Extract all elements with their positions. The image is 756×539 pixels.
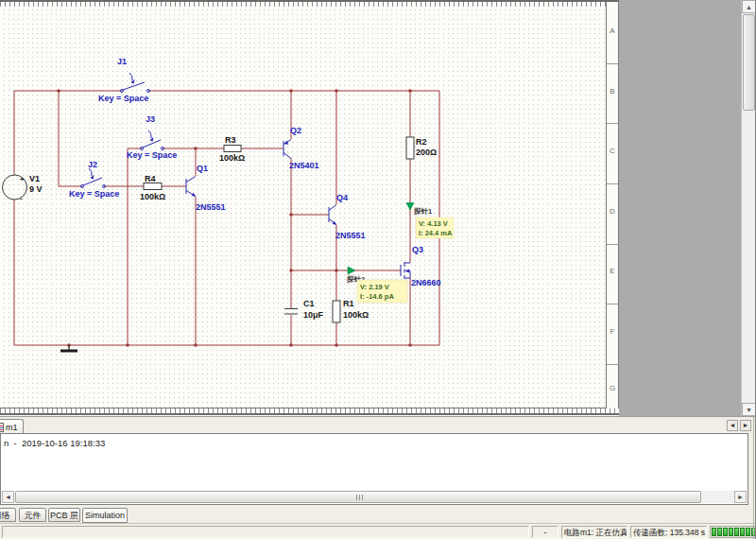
progress-led xyxy=(712,528,716,536)
j2-ref: J2 xyxy=(88,160,97,169)
progress-led xyxy=(729,528,733,536)
frame-row-letter: C xyxy=(607,147,618,155)
bottom-panel-area: m1 ◄ ► n - 2019-10-16 19:18:33 ◄ ► 网络 元件… xyxy=(0,416,756,539)
probe1-label: 探针1 xyxy=(413,207,432,216)
tab-components[interactable]: 元件 xyxy=(19,508,46,522)
q1-model: 2N5551 xyxy=(196,202,226,212)
status-circuit-state: 电路m1: 正在仿真... xyxy=(561,526,627,538)
r4-ref: R4 xyxy=(145,174,156,183)
q4-ref: Q4 xyxy=(336,193,348,202)
wire-segments[interactable] xyxy=(14,91,439,345)
j3-ref: J3 xyxy=(146,114,155,124)
tab-scroll-right-icon[interactable]: ► xyxy=(740,420,751,431)
component-c1[interactable]: C1 10μF xyxy=(284,299,324,320)
component-r4[interactable]: R4 100kΩ xyxy=(140,174,165,201)
v1-ref: V1 xyxy=(29,174,40,183)
progress-led xyxy=(734,528,739,536)
v1-minus-sign: - xyxy=(20,194,23,202)
scroll-up-icon[interactable]: ▲ xyxy=(742,0,756,13)
r2-value: 200Ω xyxy=(416,148,437,157)
q3-ref: Q3 xyxy=(412,245,423,254)
component-j3[interactable]: J3 Key = Space xyxy=(127,114,177,160)
c1-ref: C1 xyxy=(303,299,315,308)
r3-value: 100kΩ xyxy=(219,153,245,163)
probe2-voltage: V: 2.19 V xyxy=(360,283,389,291)
tab-scroll-left-icon[interactable]: ◄ xyxy=(727,420,738,431)
progress-led xyxy=(740,528,745,536)
q3-model: 2N6660 xyxy=(411,278,441,287)
frame-row-letter: G xyxy=(607,384,618,392)
probe-2[interactable]: 探针2 V: 2.19 V I: -14.6 pA xyxy=(346,267,407,303)
frame-row-letter: D xyxy=(607,207,618,216)
tab-simulation[interactable]: Simulation xyxy=(82,508,128,523)
status-sim-time: 传递函数: 135.348 s xyxy=(630,526,707,538)
simulation-results-panel[interactable]: n - 2019-10-16 19:18:33 ◄ ► xyxy=(0,433,748,505)
document-tab-label: m1 xyxy=(6,423,18,432)
frame-row-letter: E xyxy=(607,267,618,275)
r2-ref: R2 xyxy=(416,137,427,147)
schematic-sheet[interactable]: + - V1 9 V J1 Key xyxy=(0,0,619,416)
status-section-empty xyxy=(2,526,529,538)
multisim-window: + - V1 9 V J1 Key xyxy=(0,0,756,539)
component-q4[interactable]: Q4 2N5551 xyxy=(329,193,366,240)
simulation-progress-indicator xyxy=(710,526,756,538)
r1-ref: R1 xyxy=(343,299,354,308)
frame-row-letter: F xyxy=(607,327,618,336)
v1-value: 9 V xyxy=(29,184,43,194)
window-edge-line xyxy=(753,417,754,539)
tab-pcb-layers[interactable]: PCB 层 xyxy=(48,508,80,522)
probe1-current: I: 24.4 mA xyxy=(419,229,453,237)
component-q2[interactable]: Q2 2N5401 xyxy=(284,126,319,170)
frame-row-letter: A xyxy=(607,26,618,35)
wire-junctions xyxy=(57,89,412,347)
document-tab-bar: m1 ◄ ► xyxy=(0,417,756,433)
j1-ref: J1 xyxy=(117,57,127,66)
circuit-svg[interactable]: + - V1 9 V J1 Key xyxy=(0,0,619,416)
q4-model: 2N5551 xyxy=(335,231,366,240)
sheet-frame-top xyxy=(0,0,619,7)
scroll-thumb-grip xyxy=(356,495,364,500)
scroll-right-icon[interactable]: ► xyxy=(734,491,747,503)
document-tab-m1[interactable]: m1 xyxy=(0,419,24,433)
component-q1[interactable]: Q1 2N5551 xyxy=(186,164,226,212)
q2-model: 2N5401 xyxy=(289,161,319,170)
frame-row-letter: B xyxy=(607,87,618,96)
progress-led xyxy=(717,528,722,536)
r3-ref: R3 xyxy=(225,135,236,145)
component-j1[interactable]: J1 Key = Space xyxy=(98,57,150,103)
j1-key-label: Key = Space xyxy=(98,94,148,103)
horizontal-scroll-thumb[interactable] xyxy=(15,491,701,503)
ground-symbol[interactable] xyxy=(60,345,77,351)
component-r2[interactable]: R2 200Ω xyxy=(406,137,437,159)
sheet-frame-bottom xyxy=(0,408,619,415)
sheet-frame-right: A B C D E F G xyxy=(606,2,619,409)
status-bar: - 电路m1: 正在仿真... 传递函数: 135.348 s xyxy=(0,523,756,539)
probe1-voltage: V: 4.13 V xyxy=(419,219,448,228)
c1-value: 10μF xyxy=(303,310,324,320)
simulation-log-line: n - 2019-10-16 19:18:33 xyxy=(4,438,105,448)
schematic-canvas[interactable]: + - V1 9 V J1 Key xyxy=(0,0,756,416)
j2-key-label: Key = Space xyxy=(69,189,119,199)
probe2-current: I: -14.6 pA xyxy=(360,292,394,301)
progress-led xyxy=(746,528,750,536)
r1-value: 100kΩ xyxy=(343,310,369,320)
scroll-left-icon[interactable]: ◄ xyxy=(2,491,14,503)
q2-ref: Q2 xyxy=(290,126,301,135)
progress-led xyxy=(723,528,728,536)
probe-1[interactable]: 探针1 V: 4.13 V I: 24.4 mA xyxy=(406,203,454,239)
scroll-down-icon[interactable]: ▼ xyxy=(742,403,756,416)
component-v1[interactable]: + - V1 9 V xyxy=(3,174,43,202)
j3-key-label: Key = Space xyxy=(127,150,177,160)
status-section-dash: - xyxy=(532,526,558,538)
tab-nets[interactable]: 网络 xyxy=(0,508,16,522)
q1-ref: Q1 xyxy=(197,164,208,173)
panel-horizontal-scrollbar[interactable]: ◄ ► xyxy=(2,491,747,503)
v1-plus-sign: + xyxy=(20,175,25,183)
schematic-page-icon xyxy=(0,423,4,432)
canvas-vertical-scrollbar[interactable]: ▲ ▼ xyxy=(741,0,755,416)
component-j2[interactable]: J2 Key = Space xyxy=(69,160,119,199)
vertical-scroll-thumb[interactable] xyxy=(743,14,755,111)
r4-value: 100kΩ xyxy=(140,192,165,201)
